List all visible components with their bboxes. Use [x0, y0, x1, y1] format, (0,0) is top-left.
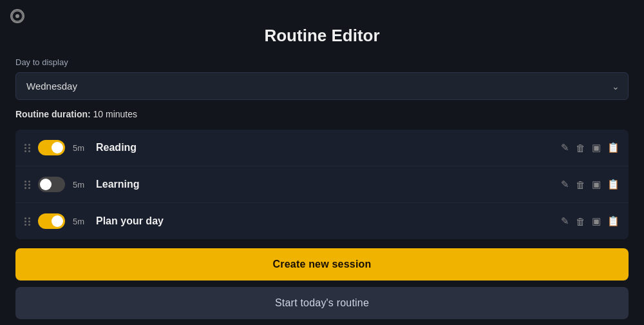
drag-handle[interactable] — [24, 181, 30, 189]
item-action-icons: ✎ 🗑 ▣ 📋 — [561, 179, 620, 190]
item-duration: 5m — [73, 143, 88, 153]
item-toggle-plan-your-day[interactable] — [38, 213, 65, 229]
day-selector-label: Day to display — [15, 57, 629, 67]
back-icon[interactable] — [10, 9, 24, 23]
item-name: Learning — [96, 179, 553, 190]
day-select-wrapper: Wednesday Monday Tuesday Thursday Friday… — [15, 72, 629, 100]
window-icon[interactable]: ▣ — [592, 215, 601, 227]
edit-icon[interactable]: ✎ — [561, 142, 569, 153]
item-toggle-learning[interactable] — [38, 177, 65, 192]
item-name: Reading — [96, 142, 553, 153]
start-todays-routine-button[interactable]: Start today's routine — [15, 287, 629, 319]
edit-icon[interactable]: ✎ — [561, 215, 569, 227]
item-toggle-reading[interactable] — [38, 140, 65, 155]
routine-duration-label: Routine duration: — [15, 109, 91, 119]
page-title: Routine Editor — [0, 26, 644, 46]
edit-icon[interactable]: ✎ — [561, 179, 569, 190]
window-icon[interactable]: ▣ — [592, 179, 601, 190]
routine-item: 5m Plan your day ✎ 🗑 ▣ 📋 — [15, 203, 629, 239]
copy-icon[interactable]: 📋 — [607, 142, 620, 153]
content-area: Day to display Wednesday Monday Tuesday … — [0, 57, 644, 325]
routine-items-list: 5m Reading ✎ 🗑 ▣ 📋 — [15, 130, 629, 239]
svg-point-1 — [15, 14, 19, 18]
drag-handle[interactable] — [24, 144, 30, 152]
routine-item: 5m Reading ✎ 🗑 ▣ 📋 — [15, 130, 629, 166]
delete-icon[interactable]: 🗑 — [576, 179, 585, 190]
window-icon[interactable]: ▣ — [592, 142, 601, 153]
day-select[interactable]: Wednesday Monday Tuesday Thursday Friday… — [15, 72, 629, 100]
item-duration: 5m — [73, 180, 88, 190]
delete-icon[interactable]: 🗑 — [576, 216, 585, 227]
routine-duration: Routine duration: 10 minutes — [15, 109, 629, 119]
copy-icon[interactable]: 📋 — [607, 179, 620, 190]
copy-icon[interactable]: 📋 — [607, 215, 620, 227]
create-new-session-button[interactable]: Create new session — [15, 248, 629, 281]
routine-item: 5m Learning ✎ 🗑 ▣ 📋 — [15, 166, 629, 203]
item-name: Plan your day — [96, 215, 553, 227]
delete-icon[interactable]: 🗑 — [576, 143, 585, 153]
routine-duration-value-text: 10 minutes — [93, 109, 137, 119]
item-action-icons: ✎ 🗑 ▣ 📋 — [561, 215, 620, 227]
item-duration: 5m — [73, 217, 88, 226]
drag-handle[interactable] — [24, 217, 30, 226]
item-action-icons: ✎ 🗑 ▣ 📋 — [561, 142, 620, 153]
